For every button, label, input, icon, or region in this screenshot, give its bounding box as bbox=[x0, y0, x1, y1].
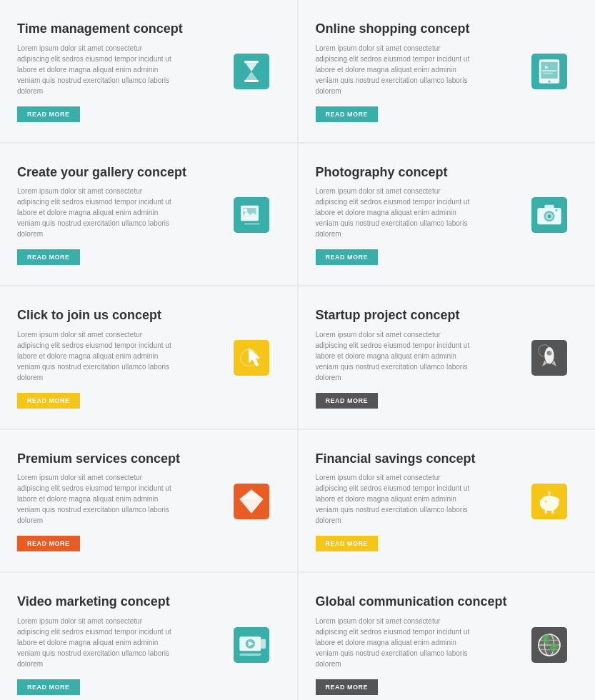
svg-point-35 bbox=[544, 500, 546, 502]
svg-point-6 bbox=[548, 81, 550, 83]
read-more-btn-click-join[interactable]: READ MORE bbox=[17, 393, 80, 409]
card-create-gallery: Create your gallery concept Lorem ipsum … bbox=[0, 144, 297, 286]
card-time-management: Time management concept Lorem ipsum dolo… bbox=[0, 0, 297, 142]
icon-box-startup bbox=[521, 329, 578, 386]
card-desc-premium-services: Lorem ipsum dolor sit amet consectetur a… bbox=[17, 472, 174, 526]
card-title-video-marketing: Video marketing concept bbox=[17, 594, 211, 610]
card-desc-financial-savings: Lorem ipsum dolor sit amet consectetur a… bbox=[316, 472, 473, 526]
icon-box-premium-services bbox=[223, 473, 280, 530]
card-content-create-gallery: Create your gallery concept Lorem ipsum … bbox=[17, 165, 223, 266]
icon-box-financial-savings bbox=[521, 473, 578, 530]
card-desc-time-management: Lorem ipsum dolor sit amet consectetur a… bbox=[17, 43, 174, 96]
svg-rect-5 bbox=[541, 62, 557, 79]
read-more-btn-create-gallery[interactable]: READ MORE bbox=[17, 249, 80, 265]
card-content-online-shopping: Online shopping concept Lorem ipsum dolo… bbox=[316, 21, 521, 122]
card-online-shopping: Online shopping concept Lorem ipsum dolo… bbox=[299, 0, 596, 142]
card-title-photography: Photography concept bbox=[316, 165, 510, 181]
svg-rect-42 bbox=[261, 639, 266, 648]
card-title-create-gallery: Create your gallery concept bbox=[17, 165, 211, 181]
read-more-btn-startup[interactable]: READ MORE bbox=[316, 393, 379, 409]
icon-box-time-management bbox=[223, 43, 280, 100]
card-title-click-join: Click to join us concept bbox=[17, 308, 211, 324]
svg-rect-19 bbox=[544, 205, 554, 209]
read-more-btn-global-communication[interactable]: READ MORE bbox=[316, 679, 379, 695]
read-more-btn-photography[interactable]: READ MORE bbox=[316, 249, 379, 265]
read-more-btn-video-marketing[interactable]: READ MORE bbox=[17, 679, 80, 695]
card-title-global-communication: Global communication concept bbox=[316, 594, 510, 610]
card-photography: Photography concept Lorem ipsum dolor si… bbox=[299, 144, 596, 286]
svg-rect-36 bbox=[544, 511, 546, 514]
card-content-premium-services: Premium services concept Lorem ipsum dol… bbox=[17, 451, 223, 552]
card-financial-savings: Financial savings concept Lorem ipsum do… bbox=[299, 430, 596, 572]
card-title-online-shopping: Online shopping concept bbox=[316, 21, 510, 37]
card-desc-startup: Lorem ipsum dolor sit amet consectetur a… bbox=[316, 329, 473, 383]
card-content-video-marketing: Video marketing concept Lorem ipsum dolo… bbox=[17, 594, 223, 695]
svg-rect-2 bbox=[244, 80, 259, 82]
read-more-btn-online-shopping[interactable]: READ MORE bbox=[316, 106, 379, 122]
svg-rect-1 bbox=[244, 61, 259, 63]
svg-rect-37 bbox=[551, 511, 554, 514]
card-title-startup: Startup project concept bbox=[316, 308, 510, 324]
card-startup: Startup project concept Lorem ipsum dolo… bbox=[299, 286, 596, 429]
svg-point-20 bbox=[555, 209, 557, 211]
icon-box-online-shopping bbox=[521, 43, 578, 100]
icon-box-photography bbox=[521, 186, 578, 244]
card-content-time-management: Time management concept Lorem ipsum dolo… bbox=[17, 21, 223, 122]
card-desc-video-marketing: Lorem ipsum dolor sit amet consectetur a… bbox=[17, 616, 174, 669]
svg-point-18 bbox=[548, 214, 551, 218]
card-title-financial-savings: Financial savings concept bbox=[316, 451, 510, 467]
icon-box-click-join bbox=[223, 329, 280, 386]
card-content-financial-savings: Financial savings concept Lorem ipsum do… bbox=[316, 451, 521, 552]
svg-point-34 bbox=[554, 497, 559, 503]
card-content-photography: Photography concept Lorem ipsum dolor si… bbox=[316, 165, 521, 266]
icon-box-global-communication bbox=[521, 616, 578, 674]
svg-rect-7 bbox=[542, 71, 556, 72]
card-global-communication: Global communication concept Lorem ipsum… bbox=[299, 573, 596, 700]
card-desc-global-communication: Lorem ipsum dolor sit amet consectetur a… bbox=[316, 616, 473, 669]
concept-grid: Time management concept Lorem ipsum dolo… bbox=[0, 0, 595, 700]
card-desc-online-shopping: Lorem ipsum dolor sit amet consectetur a… bbox=[316, 43, 473, 96]
svg-rect-44 bbox=[239, 653, 261, 655]
read-more-btn-time-management[interactable]: READ MORE bbox=[17, 106, 80, 122]
card-desc-photography: Lorem ipsum dolor sit amet consectetur a… bbox=[316, 186, 473, 239]
svg-rect-8 bbox=[542, 73, 553, 74]
svg-point-24 bbox=[544, 347, 554, 364]
card-title-premium-services: Premium services concept bbox=[17, 451, 211, 467]
read-more-btn-premium-services[interactable]: READ MORE bbox=[17, 536, 80, 551]
icon-box-video-marketing bbox=[223, 616, 280, 674]
card-click-join: Click to join us concept Lorem ipsum dol… bbox=[0, 286, 297, 429]
icon-box-create-gallery bbox=[223, 186, 280, 244]
card-video-marketing: Video marketing concept Lorem ipsum dolo… bbox=[0, 573, 297, 700]
card-desc-create-gallery: Lorem ipsum dolor sit amet consectetur a… bbox=[17, 186, 174, 239]
card-premium-services: Premium services concept Lorem ipsum dol… bbox=[0, 430, 297, 572]
card-content-click-join: Click to join us concept Lorem ipsum dol… bbox=[17, 308, 223, 409]
read-more-btn-financial-savings[interactable]: READ MORE bbox=[316, 536, 379, 551]
svg-rect-13 bbox=[244, 224, 260, 225]
card-content-startup: Startup project concept Lorem ipsum dolo… bbox=[316, 308, 521, 409]
card-desc-click-join: Lorem ipsum dolor sit amet consectetur a… bbox=[17, 329, 174, 383]
card-title-time-management: Time management concept bbox=[17, 21, 211, 37]
card-content-global-communication: Global communication concept Lorem ipsum… bbox=[316, 594, 521, 695]
